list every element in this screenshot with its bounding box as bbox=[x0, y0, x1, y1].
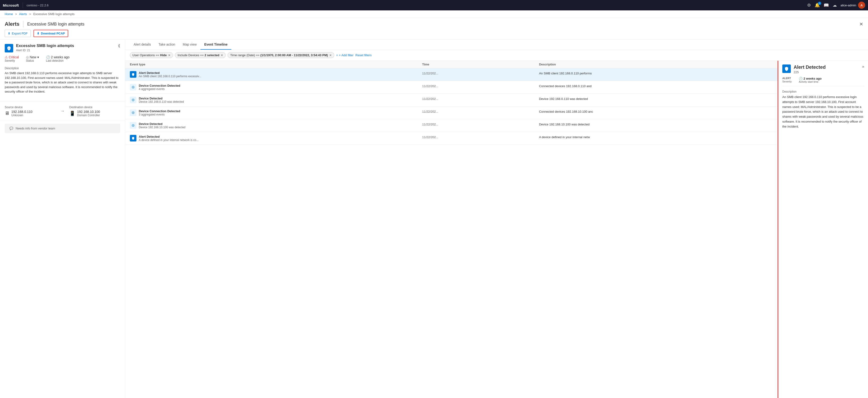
event-desc-4: Connected devices 192.168.10.100 anc bbox=[539, 109, 773, 113]
close-panel-button[interactable]: ✕ bbox=[859, 21, 863, 27]
detail-number: 225 bbox=[794, 70, 826, 74]
filter-time-range-label: Time range (Date) == (1/1/1970, 2:00:00 … bbox=[230, 53, 328, 57]
table-row[interactable]: Device Connection Detected 4 aggregated … bbox=[125, 81, 778, 94]
tab-event-timeline[interactable]: Event Timeline bbox=[200, 40, 231, 50]
filter-user-ops-label: User Operations == Hide bbox=[132, 53, 167, 57]
filter-include-devices[interactable]: Include Devices == 2 selected ✕ bbox=[175, 52, 226, 58]
table-row[interactable]: Alert Detected An SMB client 192.168.0.1… bbox=[125, 68, 778, 81]
tabs-bar: Alert details Take action Map view Event… bbox=[125, 40, 868, 50]
filters-bar: User Operations == Hide ✕ Include Device… bbox=[125, 50, 868, 61]
event-sub-4: 3 aggregated events bbox=[139, 113, 422, 116]
tab-alert-details[interactable]: Alert details bbox=[130, 40, 155, 50]
filter-include-devices-label: Include Devices == 2 selected bbox=[178, 53, 219, 57]
main-content: ! Excessive SMB login attempts Alert ID:… bbox=[0, 40, 868, 398]
event-sub-2: 4 aggregated events bbox=[139, 87, 422, 91]
event-desc-5: Device 192.168.10.100 was detected bbox=[539, 122, 773, 126]
device-connection-icon-1 bbox=[130, 84, 136, 90]
col-time-header: Time bbox=[422, 63, 539, 66]
detail-desc-text: An SMB client 192.168.0.110 performs exc… bbox=[782, 95, 864, 129]
book-icon[interactable]: 📖 bbox=[824, 3, 829, 8]
source-ip: 192.168.0.110 bbox=[11, 110, 33, 114]
top-navigation: Microsoft contoso - 22.2.6 ⚙ 🔔 0 📖 ☁ ali… bbox=[0, 0, 868, 10]
filter-user-ops-close[interactable]: ✕ bbox=[168, 54, 170, 57]
detail-desc-label: Description bbox=[782, 90, 864, 93]
detail-severity-label: ALERT bbox=[782, 77, 792, 80]
event-name-3: Device Detected bbox=[139, 96, 422, 100]
table-row[interactable]: Device Connection Detected 3 aggregated … bbox=[125, 107, 778, 119]
breadcrumb-current: Excessive SMB login attempts bbox=[33, 12, 74, 16]
reset-filters-button[interactable]: Reset filters bbox=[355, 53, 372, 57]
tab-map-view[interactable]: Map view bbox=[179, 40, 200, 50]
svg-text:!: ! bbox=[9, 47, 9, 50]
filter-time-range[interactable]: Time range (Date) == (1/1/1970, 2:00:00 … bbox=[227, 52, 334, 58]
filter-include-devices-close[interactable]: ✕ bbox=[221, 54, 223, 57]
breadcrumb-alerts[interactable]: Alerts bbox=[19, 12, 27, 16]
alert-detected-icon bbox=[130, 71, 136, 78]
source-type: Unknown bbox=[11, 114, 33, 117]
svg-point-8 bbox=[133, 125, 134, 126]
breadcrumb-home[interactable]: Home bbox=[5, 12, 13, 16]
user-menu[interactable]: alice-admin A bbox=[841, 2, 865, 9]
dest-device-icon: 📱 bbox=[69, 111, 75, 116]
alert-shield-icon: ! bbox=[5, 44, 13, 52]
export-pdf-button[interactable]: ⬇ Export PDF bbox=[5, 30, 31, 37]
event-time-2: 11/22/202... bbox=[422, 84, 539, 88]
status-dropdown-icon[interactable]: ▾ bbox=[37, 55, 39, 59]
dest-ip: 192.168.10.100 bbox=[77, 110, 100, 114]
severity-label: Severity bbox=[5, 59, 19, 62]
status-circle-icon: ◎ bbox=[26, 55, 29, 59]
severity-value: Critical bbox=[9, 55, 19, 59]
download-icon: ⬇ bbox=[8, 32, 10, 35]
last-detection-value: 2 weeks ago bbox=[51, 55, 70, 59]
device-detected-icon-1 bbox=[130, 96, 136, 103]
user-avatar[interactable]: A bbox=[858, 2, 865, 9]
settings-icon[interactable]: ⚙ bbox=[807, 3, 811, 8]
notification-badge: 0 bbox=[818, 2, 821, 5]
detail-title: Alert Detected bbox=[794, 64, 826, 70]
detail-shield-icon bbox=[782, 64, 791, 73]
right-panel: Alert details Take action Map view Event… bbox=[125, 40, 868, 398]
left-panel: ! Excessive SMB login attempts Alert ID:… bbox=[0, 40, 125, 398]
breadcrumb: Home > Alerts > Excessive SMB login atte… bbox=[0, 10, 868, 18]
collapse-panel-button[interactable]: ⟪ bbox=[118, 44, 120, 48]
event-sub-3: Device 192.168.0.110 was detected bbox=[139, 100, 422, 104]
event-desc-1: An SMB client 192.168.0.110 performs bbox=[539, 71, 773, 75]
tab-take-action[interactable]: Take action bbox=[155, 40, 179, 50]
description-text: An SMB client 192.168.0.110 performs exc… bbox=[5, 71, 120, 94]
event-name-2: Device Connection Detected bbox=[139, 84, 422, 87]
filter-user-operations[interactable]: User Operations == Hide ✕ bbox=[130, 52, 173, 58]
svg-point-6 bbox=[133, 112, 134, 113]
notifications-icon[interactable]: 🔔 0 bbox=[815, 3, 820, 8]
detail-clock-icon: 🕐 bbox=[799, 77, 803, 80]
filter-time-range-close[interactable]: ✕ bbox=[329, 54, 332, 57]
event-desc-6: A device defined in your internal netw bbox=[539, 135, 773, 139]
cloud-icon[interactable]: ☁ bbox=[833, 3, 837, 8]
source-device-label: Source device bbox=[5, 106, 56, 109]
add-filter-button[interactable]: + + Add filter bbox=[336, 53, 353, 57]
detail-panel: Alert Detected 225 » ALERT Severity 🕐 bbox=[778, 61, 868, 398]
comment-section[interactable]: 💬 Needs info from vendor team bbox=[5, 124, 120, 133]
svg-point-4 bbox=[133, 100, 134, 101]
expand-detail-button[interactable]: » bbox=[862, 64, 864, 69]
table-row[interactable]: Alert Detected A device defined in your … bbox=[125, 132, 778, 145]
event-time-1: 11/22/202... bbox=[422, 71, 539, 75]
alert-title: Excessive SMB login attempts bbox=[16, 44, 115, 48]
nav-icons: ⚙ 🔔 0 📖 ☁ alice-admin A bbox=[807, 2, 865, 9]
comment-text: Needs info from vendor team bbox=[16, 126, 55, 130]
device-detected-icon-2 bbox=[130, 122, 136, 129]
download-pcap-button[interactable]: ⬇ Download PCAP bbox=[33, 30, 68, 37]
arrow-icon: → bbox=[60, 109, 65, 114]
event-name-1: Alert Detected bbox=[139, 71, 422, 75]
event-time-5: 11/22/202... bbox=[422, 122, 539, 126]
download-pcap-icon: ⬇ bbox=[37, 32, 39, 35]
device-connection-icon-2 bbox=[130, 109, 136, 116]
table-row[interactable]: Device Detected Device 192.168.0.110 was… bbox=[125, 94, 778, 107]
app-version: contoso - 22.2.6 bbox=[27, 4, 49, 7]
event-desc-3: Device 192.168.0.110 was detected bbox=[539, 96, 773, 101]
table-row[interactable]: Device Detected Device 192.168.10.100 wa… bbox=[125, 119, 778, 132]
event-name-6: Alert Detected bbox=[139, 135, 422, 138]
alert-meta: ⚠ Critical Severity ◎ New ▾ Status 🕐 bbox=[5, 55, 120, 63]
table-header: Event type Time Description bbox=[125, 61, 778, 68]
page-header: Alerts Excessive SMB login attempts ✕ ⬇ … bbox=[0, 18, 868, 40]
page-actions: ⬇ Export PDF ⬇ Download PCAP bbox=[5, 30, 863, 39]
